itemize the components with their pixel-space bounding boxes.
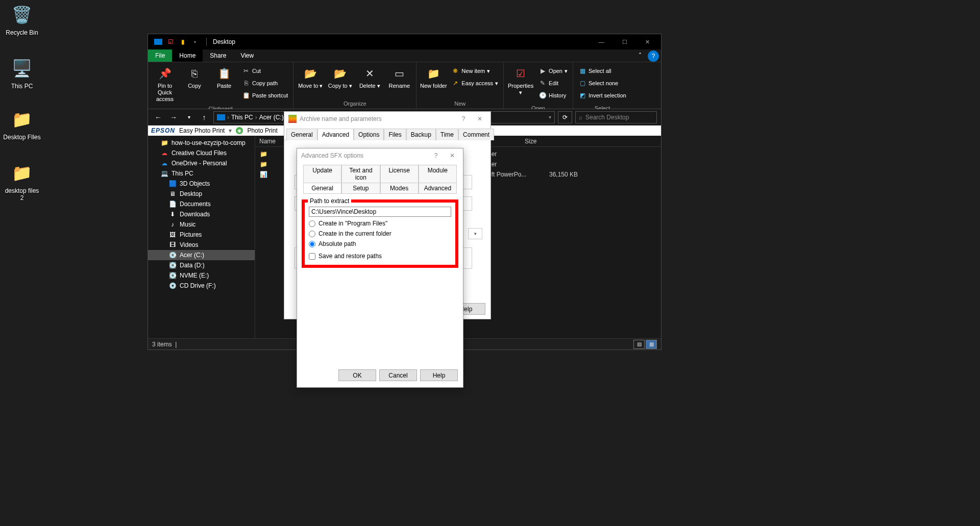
recent-dropdown[interactable]: ▾	[183, 111, 195, 123]
tree-item[interactable]: ⬇Downloads	[148, 209, 255, 219]
tree-item[interactable]: 💽Acer (C:)	[148, 250, 255, 260]
thumbnails-view-button[interactable]: ▦	[646, 340, 657, 349]
column-size[interactable]: Size	[521, 138, 582, 145]
dialog2-tab-modes[interactable]: Modes	[380, 183, 419, 194]
tab-view[interactable]: View	[233, 49, 261, 62]
search-box[interactable]: ⌕ Search Desktop	[575, 111, 657, 123]
paste-button[interactable]: 📋Paste	[209, 64, 239, 89]
new-item-button[interactable]: ❋New item ▾	[451, 65, 498, 77]
dialog2-tab-module[interactable]: Module	[419, 165, 457, 183]
tab-home[interactable]: Home	[172, 49, 203, 62]
properties-button[interactable]: ☑Properties ▾	[506, 64, 535, 96]
tree-item[interactable]: 🖼Pictures	[148, 230, 255, 240]
select-all-button[interactable]: ▦Select all	[578, 65, 626, 77]
address-dropdown-icon[interactable]: ▾	[549, 114, 551, 120]
tree-item[interactable]: 🎞Videos	[148, 240, 255, 250]
path-to-extract-input[interactable]	[309, 207, 451, 217]
tree-item[interactable]: 💽NVME (E:)	[148, 270, 255, 281]
easy-access-button[interactable]: ↗Easy access ▾	[451, 78, 498, 89]
tree-item[interactable]: 💽Data (D:)	[148, 260, 255, 270]
back-button[interactable]: ←	[152, 111, 164, 123]
help-icon[interactable]: ?	[648, 51, 659, 62]
create-program-files-radio[interactable]: Create in "Program Files"	[309, 220, 451, 227]
file-type: der	[488, 161, 534, 168]
dialog2-cancel-button[interactable]: Cancel	[379, 369, 417, 381]
dialog1-tab-options[interactable]: Options	[354, 129, 384, 140]
tree-item[interactable]: ☁Creative Cloud Files	[148, 148, 255, 158]
dialog2-tab-advanced[interactable]: Advanced	[419, 183, 457, 194]
new-folder-button[interactable]: 📁New folder	[419, 64, 448, 89]
dialog2-help-button[interactable]: Help	[420, 369, 458, 381]
dialog1-tab-time[interactable]: Time	[436, 129, 458, 140]
dialog1-close-icon[interactable]: ✕	[473, 115, 486, 122]
breadcrumb-segment[interactable]: Acer (C:)	[259, 114, 284, 121]
titlebar[interactable]: ☑ ▮ ▾ Desktop — ☐ ✕	[148, 34, 661, 49]
easy-photo-print-button[interactable]: Easy Photo Print	[179, 127, 225, 134]
dialog2-tab-setup[interactable]: Setup	[341, 183, 380, 194]
dialog2-ok-button[interactable]: OK	[338, 369, 376, 381]
epson-brand: EPSON	[151, 127, 175, 134]
tree-item[interactable]: 🖥Desktop	[148, 189, 255, 199]
tree-item[interactable]: 💿CD Drive (F:)	[148, 281, 255, 291]
forward-button[interactable]: →	[167, 111, 180, 123]
absolute-path-radio[interactable]: Absolute path	[309, 240, 451, 247]
dialog1-help-icon[interactable]: ?	[457, 115, 470, 122]
refresh-button[interactable]: ⟳	[558, 111, 572, 123]
paste-shortcut-button[interactable]: 📋Paste shortcut	[242, 90, 288, 101]
desktop-icon-recycle-bin[interactable]: 🗑️Recycle Bin	[3, 3, 41, 36]
desktop-icon-this-pc[interactable]: 🖥️This PC	[3, 56, 41, 90]
dialog2-tab-text-and-icon[interactable]: Text and icon	[341, 165, 380, 183]
tab-file[interactable]: File	[148, 49, 172, 62]
qat-folder-icon[interactable]: ▮	[179, 38, 187, 46]
dialog1-tab-comment[interactable]: Comment	[458, 129, 494, 140]
tab-share[interactable]: Share	[203, 49, 233, 62]
ribbon: 📌Pin to Quick access ⎘Copy 📋Paste ✂Cut ⎘…	[148, 62, 661, 109]
details-view-button[interactable]: ▤	[633, 340, 645, 349]
combo-dropdown[interactable]: ▾	[468, 228, 482, 239]
tree-item[interactable]: 💻This PC	[148, 168, 255, 179]
desktop-icon-desktop-files[interactable]: 📁Desktop FIles	[3, 107, 41, 141]
dialog2-help-icon[interactable]: ?	[429, 152, 443, 159]
qat-properties-icon[interactable]: ☑	[166, 38, 175, 46]
save-restore-paths-checkbox[interactable]: Save and restore paths	[309, 253, 451, 260]
dialog2-close-icon[interactable]: ✕	[446, 152, 459, 159]
up-button[interactable]: ↑	[198, 111, 210, 123]
rename-button[interactable]: ▭Rename	[384, 64, 414, 89]
select-none-button[interactable]: ▢Select none	[578, 78, 626, 89]
copy-path-button[interactable]: ⎘Copy path	[242, 78, 288, 89]
delete-button[interactable]: ✕Delete ▾	[355, 64, 384, 89]
tree-item[interactable]: ♪Music	[148, 219, 255, 230]
breadcrumb-segment[interactable]: This PC	[231, 114, 253, 121]
create-current-folder-radio[interactable]: Create in the current folder	[309, 230, 451, 237]
tree-item[interactable]: 📁how-to-use-ezyzip-to-comp	[148, 138, 255, 148]
invert-selection-button[interactable]: ◩Invert selection	[578, 90, 626, 101]
pin-quick-access-button[interactable]: 📌Pin to Quick access	[150, 64, 180, 103]
qat-dropdown-icon[interactable]: ▾	[191, 38, 199, 46]
move-to-button[interactable]: 📂Move to ▾	[296, 64, 325, 89]
dialog2-tab-general[interactable]: General	[303, 183, 341, 194]
tree-item[interactable]: ☁OneDrive - Personal	[148, 158, 255, 168]
edit-button[interactable]: ✎Edit	[538, 78, 568, 89]
tree-item[interactable]: 🟦3D Objects	[148, 179, 255, 189]
dialog2-titlebar[interactable]: Advanced SFX options ? ✕	[297, 148, 463, 163]
ribbon-collapse-icon[interactable]: ˄	[634, 49, 646, 62]
dialog2-tab-update[interactable]: Update	[303, 165, 341, 183]
close-button[interactable]: ✕	[636, 34, 659, 49]
dialog1-titlebar[interactable]: Archive name and parameters ? ✕	[284, 112, 491, 126]
dialog1-tab-advanced[interactable]: Advanced	[317, 129, 354, 140]
copy-to-button[interactable]: 📂Copy to ▾	[325, 64, 355, 89]
dialog2-tab-license[interactable]: License	[380, 165, 419, 183]
open-button[interactable]: ▶Open ▾	[538, 65, 568, 77]
history-button[interactable]: 🕑History	[538, 90, 568, 101]
maximize-button[interactable]: ☐	[613, 34, 636, 49]
navigation-tree[interactable]: 📁how-to-use-ezyzip-to-comp☁Creative Clou…	[148, 136, 255, 338]
tree-item[interactable]: 📄Documents	[148, 199, 255, 209]
minimize-button[interactable]: —	[590, 34, 613, 49]
dialog1-tab-backup[interactable]: Backup	[406, 129, 436, 140]
dialog1-tab-files[interactable]: Files	[384, 129, 406, 140]
dialog1-tab-general[interactable]: General	[286, 129, 317, 140]
photo-print-button[interactable]: Photo Print	[247, 127, 277, 134]
desktop-icon-desktop-files-2[interactable]: 📁desktop files 2	[3, 161, 41, 202]
cut-button[interactable]: ✂Cut	[242, 65, 288, 77]
copy-button[interactable]: ⎘Copy	[180, 64, 209, 89]
